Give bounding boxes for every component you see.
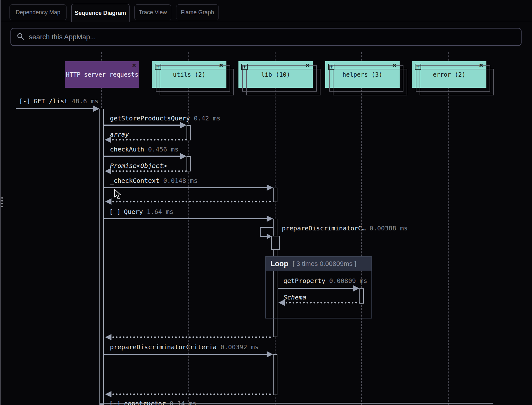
message-get-store-products-query[interactable]: getStoreProductsQuery0.42 ms: [110, 114, 220, 122]
collapse-toggle[interactable]: [-]: [109, 208, 121, 215]
return-arrow-prepare-discriminator-criteria: [111, 393, 273, 395]
message-array-return[interactable]: array: [110, 131, 129, 138]
activation-lib-1: [273, 188, 277, 202]
close-icon[interactable]: ×: [132, 62, 136, 69]
close-icon[interactable]: ×: [306, 62, 310, 69]
expand-icon[interactable]: +: [241, 64, 248, 70]
horizontal-scrollbar[interactable]: [100, 403, 493, 404]
return-arrow-array: [111, 139, 187, 141]
search-box: [10, 28, 522, 46]
actor-label: lib (10): [261, 71, 290, 78]
search-icon: [17, 33, 24, 42]
tab-trace-view[interactable]: Trace View: [134, 4, 171, 20]
close-icon[interactable]: ×: [219, 62, 223, 69]
activation-http: [99, 109, 104, 405]
call-arrow-prepare-discriminator-criteria: [104, 354, 267, 355]
search-input[interactable]: [28, 33, 515, 42]
message-prepare-discriminator-criteria[interactable]: prepareDiscriminatorCriteria0.00392 ms: [110, 343, 259, 351]
message-query[interactable]: [-]Query1.64 ms: [109, 208, 174, 215]
call-arrow-get-property: [278, 288, 353, 289]
actor-label: helpers (3): [343, 71, 383, 78]
message-promise-return[interactable]: Promise<Object>: [110, 162, 167, 170]
appmap-sequence-diagram-view: Dependency Map Sequence Diagram Trace Vi…: [0, 0, 532, 405]
call-arrow-query: [104, 218, 267, 219]
message-get-list[interactable]: [-]GET /list48.6 ms: [19, 97, 98, 105]
self-call-arrowhead: [267, 234, 272, 239]
tab-bar: Dependency Map Sequence Diagram Trace Vi…: [0, 0, 532, 21]
return-arrow-check-context: [111, 201, 273, 202]
call-arrow-get-list: [16, 108, 93, 109]
close-icon[interactable]: ×: [479, 62, 483, 69]
loop-header: Loop [ 3 times 0.00809ms ]: [266, 257, 371, 271]
call-arrow-check-auth: [104, 156, 180, 157]
lifeline-error: [448, 52, 449, 405]
tab-dependency-map[interactable]: Dependency Map: [10, 4, 66, 20]
tab-flame-graph[interactable]: Flame Graph: [176, 4, 219, 20]
drag-handle-icon[interactable]: [1, 197, 3, 208]
actor-utils[interactable]: + × utils (2): [152, 61, 226, 88]
close-icon[interactable]: ×: [392, 62, 396, 69]
tab-sequence-diagram[interactable]: Sequence Diagram: [71, 4, 130, 22]
message-check-auth[interactable]: checkAuth0.456 ms: [110, 145, 179, 153]
message-prepare-discriminator-self[interactable]: prepareDiscriminatorC…0.00388 ms: [282, 224, 408, 232]
self-call-arrow-line: [260, 236, 267, 237]
call-arrow-check-context: [104, 187, 267, 188]
actor-helpers[interactable]: + × helpers (3): [325, 61, 400, 88]
lifeline-utils: [188, 52, 189, 405]
collapse-toggle[interactable]: [-]: [19, 97, 30, 105]
actor-label: HTTP server requests: [66, 71, 138, 78]
activation-lib-2: [273, 354, 277, 395]
message-schema-return[interactable]: Schema: [283, 293, 306, 301]
return-arrow-schema: [285, 302, 359, 304]
expand-icon[interactable]: +: [415, 64, 421, 70]
activation-utils-1: [187, 125, 191, 140]
return-arrow-query: [111, 336, 273, 338]
expand-icon[interactable]: +: [328, 64, 334, 70]
actor-label: error (2): [433, 71, 466, 78]
actor-http-server-requests[interactable]: × HTTP server requests: [65, 61, 139, 88]
message-get-property[interactable]: getProperty0.00809 ms: [283, 277, 367, 285]
loop-label: Loop: [270, 260, 288, 268]
left-edge-divider: [0, 0, 1, 405]
activation-utils-2: [187, 156, 191, 171]
message-check-context[interactable]: _checkContext0.0148 ms: [110, 177, 198, 184]
actor-label: utils (2): [173, 71, 206, 78]
actor-error[interactable]: + × error (2): [412, 61, 486, 88]
activation-lib-self: [271, 236, 280, 250]
call-arrow-get-store-products-query: [104, 125, 180, 126]
actor-lib[interactable]: + × lib (10): [238, 61, 313, 88]
expand-icon[interactable]: +: [155, 64, 161, 70]
mouse-cursor-icon: [114, 189, 122, 201]
loop-detail: [ 3 times 0.00809ms ]: [293, 260, 356, 267]
return-arrow-promise: [111, 170, 187, 172]
